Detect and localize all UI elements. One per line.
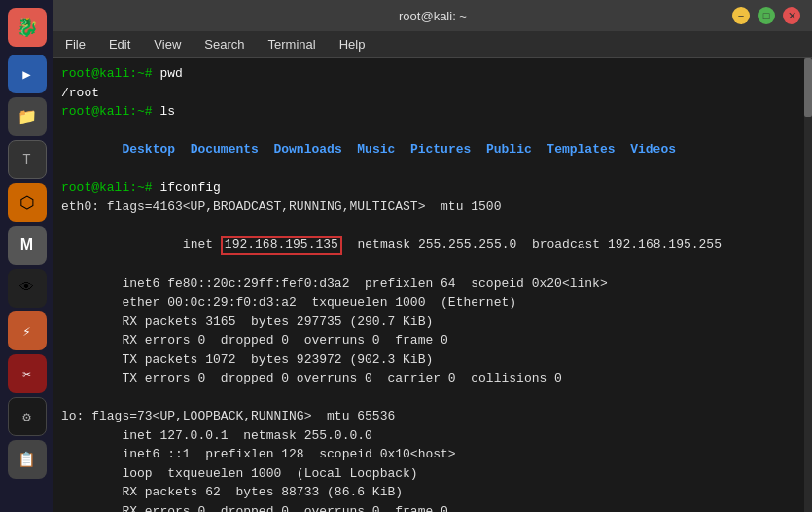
line-ls-output: Desktop Documents Downloads Music Pictur… <box>61 122 804 179</box>
menu-help[interactable]: Help <box>335 35 370 54</box>
terminal-content[interactable]: root@kali:~# pwd /root root@kali:~# ls D… <box>53 58 812 512</box>
notes-icon[interactable]: 📋 <box>8 440 47 479</box>
kali-icon[interactable]: 🐉 <box>8 8 47 47</box>
line-lo-flags: lo: flags=73<UP,LOOPBACK,RUNNING> mtu 65… <box>61 407 804 426</box>
eye-icon[interactable]: 👁 <box>8 269 47 308</box>
ip-highlight: 192.168.195.135 <box>221 236 342 256</box>
menu-bar: File Edit View Search Terminal Help <box>53 31 812 58</box>
textedit-icon[interactable]: T <box>8 140 47 179</box>
menu-edit[interactable]: Edit <box>105 35 134 54</box>
line-tx-errors: TX errors 0 dropped 0 overruns 0 carrier… <box>61 369 804 388</box>
line-inet: inet 192.168.195.135 netmask 255.255.255… <box>61 216 804 274</box>
maltego-icon[interactable]: M <box>8 226 47 265</box>
burpsuite-icon[interactable]: ⬡ <box>8 183 47 222</box>
line-lo-inet: inet 127.0.0.1 netmask 255.0.0.0 <box>61 426 804 446</box>
menu-terminal[interactable]: Terminal <box>265 35 320 54</box>
maximize-button[interactable]: □ <box>758 7 775 24</box>
terminal-icon[interactable]: ▶ <box>8 55 47 93</box>
menu-view[interactable]: View <box>150 35 185 54</box>
gear-icon[interactable]: ⚙ <box>8 397 47 436</box>
title-bar: root@kali: ~ − □ ✕ <box>53 0 812 31</box>
close-button[interactable]: ✕ <box>783 7 800 24</box>
line-blank1 <box>61 388 804 408</box>
line-lo-rx-errors: RX errors 0 dropped 0 overruns 0 frame 0 <box>61 502 804 512</box>
line-eth0-flags: eth0: flags=4163<UP,BROADCAST,RUNNING,MU… <box>61 198 804 217</box>
framework-icon[interactable]: ⚡ <box>8 311 47 350</box>
line-lo-rx-packets: RX packets 62 bytes 88733 (86.6 KiB) <box>61 483 804 502</box>
tool-icon[interactable]: ✂ <box>8 354 47 393</box>
line-tx-packets: TX packets 1072 bytes 923972 (902.3 KiB) <box>61 350 804 370</box>
menu-search[interactable]: Search <box>200 35 248 54</box>
terminal-window: root@kali: ~ − □ ✕ File Edit View Search… <box>53 0 812 512</box>
sidebar: 🐉 ▶ 📁 T ⬡ M 👁 ⚡ ✂ ⚙ 📋 <box>0 0 53 512</box>
line-lo-loop: loop txqueuelen 1000 (Local Loopback) <box>61 464 804 484</box>
line-ether: ether 00:0c:29:f0:d3:a2 txqueuelen 1000 … <box>61 293 804 312</box>
line-pwd-prompt: root@kali:~# pwd <box>61 64 804 84</box>
line-lo-inet6: inet6 ::1 prefixlen 128 scopeid 0x10<hos… <box>61 445 804 464</box>
files-icon[interactable]: 📁 <box>8 97 47 136</box>
line-rx-errors: RX errors 0 dropped 0 overruns 0 frame 0 <box>61 331 804 350</box>
scrollbar-thumb[interactable] <box>804 58 812 117</box>
scrollbar[interactable] <box>804 58 812 512</box>
line-ls-prompt: root@kali:~# ls <box>61 102 804 122</box>
minimize-button[interactable]: − <box>732 7 750 24</box>
main-area: root@kali: ~ − □ ✕ File Edit View Search… <box>53 0 812 512</box>
line-pwd-output: /root <box>61 84 804 103</box>
line-inet6: inet6 fe80::20c:29ff:fef0:d3a2 prefixlen… <box>61 274 804 294</box>
line-ifconfig-prompt: root@kali:~# ifconfig <box>61 178 804 198</box>
menu-file[interactable]: File <box>61 35 89 54</box>
line-rx-packets: RX packets 3165 bytes 297735 (290.7 KiB) <box>61 312 804 332</box>
window-title: root@kali: ~ <box>133 9 732 23</box>
window-controls: − □ ✕ <box>732 7 800 24</box>
